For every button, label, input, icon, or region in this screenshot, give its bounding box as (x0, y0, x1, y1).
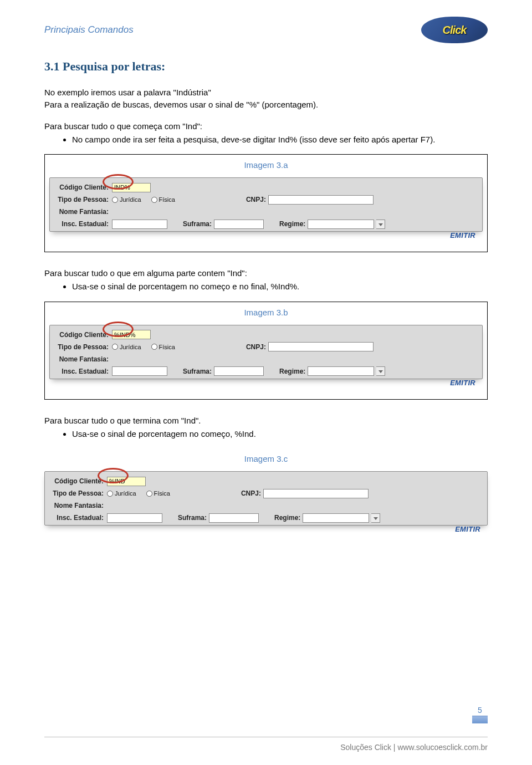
regime-select[interactable] (308, 220, 374, 229)
suframa-input[interactable] (214, 366, 264, 376)
form-panel-c: Código Cliente: Tipo de Pessoa: Jurídica… (44, 471, 488, 526)
insc-label: Insc. Estadual: (49, 514, 105, 522)
figure-b-caption: Imagem 3.b (49, 308, 483, 317)
figure-c-caption: Imagem 3.c (44, 454, 488, 463)
regime-label: Regime: (279, 368, 305, 375)
radio-icon (151, 344, 157, 350)
codigo-label: Código Cliente: (54, 331, 110, 339)
header-title: Principais Comandos (44, 24, 134, 35)
block-c-bullet: Usa-se o sinal de porcentagem no começo,… (72, 429, 488, 440)
regime-select[interactable] (303, 513, 369, 523)
block-b-bullet: Usa-se o sinal de porcentagem no começo … (72, 281, 488, 292)
suframa-label: Suframa: (183, 368, 212, 375)
page-number: 5 (478, 706, 482, 715)
cnpj-label: CNPJ: (246, 343, 266, 351)
tipo-label: Tipo de Pessoa: (54, 196, 110, 203)
suframa-input[interactable] (209, 513, 259, 523)
codigo-label: Código Cliente: (49, 477, 105, 485)
cnpj-input[interactable] (268, 342, 374, 351)
block-a-bullet: No campo onde ira ser feita a pesquisa, … (72, 134, 488, 145)
figure-a-caption: Imagem 3.a (49, 160, 483, 170)
radio-icon (112, 344, 118, 350)
insc-input[interactable] (112, 366, 167, 376)
cnpj-label: CNPJ: (246, 196, 266, 203)
intro-line-2: Para a realização de buscas, devemos usa… (44, 99, 488, 110)
insc-input[interactable] (107, 513, 162, 523)
regime-select[interactable] (308, 366, 374, 376)
cnpj-input[interactable] (263, 489, 369, 498)
emitir-link[interactable]: EMITIR (450, 231, 475, 239)
codigo-label: Código Cliente: (54, 183, 110, 191)
codigo-input[interactable] (112, 183, 151, 192)
tipo-label: Tipo de Pessoa: (54, 343, 110, 351)
figure-a-box: Imagem 3.a Código Cliente: Tipo de Pesso… (44, 154, 488, 252)
radio-icon (112, 197, 118, 203)
page-footer: Soluções Click | www.solucoesclick.com.b… (44, 737, 488, 752)
emitir-link[interactable]: EMITIR (450, 379, 475, 387)
block-b-lead: Para buscar tudo o que em alguma parte c… (44, 268, 488, 279)
intro-line-1: No exemplo iremos usar a palavra "Indúst… (44, 87, 488, 98)
insc-label: Insc. Estadual: (54, 220, 110, 228)
regime-label: Regime: (274, 514, 300, 522)
block-a-lead: Para buscar tudo o que começa com "Ind": (44, 121, 488, 132)
form-panel-b: Código Cliente: Tipo de Pessoa: Jurídica… (49, 325, 483, 379)
radio-fisica[interactable]: Física (151, 196, 175, 203)
brand-logo: Click (421, 17, 488, 43)
radio-juridica[interactable]: Jurídica (107, 490, 136, 497)
emitir-link[interactable]: EMITIR (455, 525, 480, 533)
block-c-bullet-list: Usa-se o sinal de porcentagem no começo,… (44, 429, 488, 440)
radio-icon (146, 491, 152, 497)
page-header: Principais Comandos Click (44, 17, 488, 44)
form-panel-a: Código Cliente: Tipo de Pessoa: Jurídica… (49, 177, 483, 232)
radio-juridica[interactable]: Jurídica (112, 196, 141, 203)
footer-text: Soluções Click | www.solucoesclick.com.b… (340, 743, 488, 752)
block-a-bullet-list: No campo onde ira ser feita a pesquisa, … (44, 134, 488, 145)
suframa-label: Suframa: (183, 220, 212, 228)
chevron-down-icon[interactable] (376, 366, 385, 376)
codigo-input[interactable] (112, 330, 151, 339)
brand-logo-text: Click (443, 24, 467, 37)
nome-label: Nome Fantasia: (54, 355, 110, 363)
page-number-badge: 5 (472, 706, 488, 723)
radio-fisica[interactable]: Física (146, 490, 170, 497)
codigo-input[interactable] (107, 477, 146, 486)
figure-c-box: Imagem 3.c Código Cliente: Tipo de Pesso… (44, 448, 488, 545)
radio-icon (107, 491, 113, 497)
insc-input[interactable] (112, 220, 167, 229)
chevron-down-icon[interactable] (371, 513, 380, 523)
cnpj-label: CNPJ: (241, 489, 261, 497)
section-title: 3.1 Pesquisa por letras: (44, 59, 488, 74)
page-number-bar-icon (472, 716, 488, 723)
nome-label: Nome Fantasia: (49, 502, 105, 509)
chevron-down-icon[interactable] (376, 220, 385, 229)
regime-label: Regime: (279, 220, 305, 228)
block-b-bullet-list: Usa-se o sinal de porcentagem no começo … (44, 281, 488, 292)
nome-label: Nome Fantasia: (54, 208, 110, 216)
block-c-lead: Para buscar tudo o que termina com "Ind"… (44, 415, 488, 426)
insc-label: Insc. Estadual: (54, 368, 110, 375)
suframa-input[interactable] (214, 220, 264, 229)
radio-fisica[interactable]: Física (151, 344, 175, 350)
radio-juridica[interactable]: Jurídica (112, 344, 141, 350)
suframa-label: Suframa: (178, 514, 207, 522)
tipo-label: Tipo de Pessoa: (49, 489, 105, 497)
figure-b-box: Imagem 3.b Código Cliente: Tipo de Pesso… (44, 302, 488, 400)
radio-icon (151, 197, 157, 203)
cnpj-input[interactable] (268, 195, 374, 205)
